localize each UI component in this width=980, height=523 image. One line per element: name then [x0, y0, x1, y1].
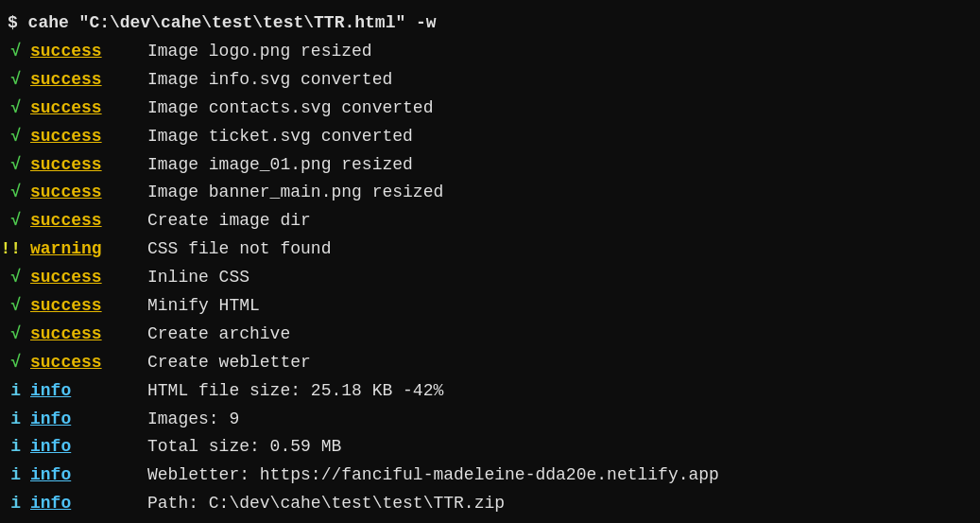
- line-message: Minify HTML: [140, 293, 260, 320]
- line-status: info: [26, 407, 140, 433]
- terminal-line: iinfoHTML file size: 25.18 KB -42%: [0, 377, 980, 406]
- lines-container: √successImage logo.png resized√successIm…: [0, 38, 980, 523]
- line-icon: √: [0, 39, 26, 65]
- line-message: Create image dir: [140, 208, 311, 235]
- line-icon: √: [0, 350, 26, 376]
- line-icon: √: [0, 265, 26, 291]
- terminal-line: √successImage info.svg converted: [0, 66, 980, 95]
- line-status: success: [26, 96, 140, 122]
- terminal-line: iinfoImages: 9: [0, 406, 980, 434]
- line-status: warning: [26, 236, 140, 263]
- line-icon: i: [0, 462, 26, 489]
- line-message: CSS file not found: [140, 236, 331, 263]
- line-icon: i: [0, 491, 26, 517]
- line-message: Create archive: [140, 322, 290, 348]
- prompt-line: $ cahe "C:\dev\cahe\test\test\TTR.html" …: [0, 11, 980, 38]
- line-message: Archive path copied to clipboard.: [140, 519, 484, 523]
- line-message: Image logo.png resized: [140, 39, 372, 65]
- terminal-line: √successImage banner_main.png resized: [0, 179, 980, 207]
- line-icon: i: [0, 434, 26, 461]
- line-status: success: [26, 39, 140, 65]
- terminal-line: iinfoArchive path copied to clipboard.: [0, 518, 980, 523]
- line-message: Path: C:\dev\cahe\test\test\TTR.zip: [140, 491, 505, 517]
- line-message: Create webletter: [140, 350, 311, 376]
- line-message: Webletter: https://fanciful-madeleine-dd…: [140, 462, 719, 489]
- line-message: Inline CSS: [140, 265, 249, 291]
- line-status: success: [26, 293, 140, 320]
- line-message: HTML file size: 25.18 KB -42%: [140, 378, 443, 405]
- line-icon: √: [0, 96, 26, 122]
- terminal-line: √successImage contacts.svg converted: [0, 95, 980, 123]
- terminal-line: iinfoWebletter: https://fanciful-madelei…: [0, 462, 980, 490]
- terminal-line: √successImage logo.png resized: [0, 38, 980, 66]
- line-icon: √: [0, 180, 26, 206]
- line-icon: √: [0, 293, 26, 320]
- line-status: success: [26, 180, 140, 206]
- line-status: info: [26, 462, 140, 489]
- line-status: success: [26, 208, 140, 235]
- line-icon: √: [0, 67, 26, 94]
- line-status: success: [26, 152, 140, 179]
- line-message: Image banner_main.png resized: [140, 180, 443, 206]
- terminal-line: iinfoTotal size: 0.59 MB: [0, 433, 980, 462]
- terminal-line: √successCreate webletter: [0, 349, 980, 377]
- line-status: info: [26, 491, 140, 517]
- line-status: info: [26, 378, 140, 405]
- line-icon: √: [0, 124, 26, 150]
- terminal-line: √successCreate archive: [0, 321, 980, 349]
- line-message: Image image_01.png resized: [140, 152, 413, 179]
- line-message: Image info.svg converted: [140, 67, 392, 94]
- prompt-dollar: $ cahe "C:\dev\cahe\test\test\TTR.html" …: [8, 13, 437, 32]
- line-message: Images: 9: [140, 407, 239, 433]
- terminal-line: √successCreate image dir: [0, 207, 980, 235]
- line-status: success: [26, 350, 140, 376]
- line-message: Image ticket.svg converted: [140, 124, 413, 150]
- line-message: Image contacts.svg converted: [140, 96, 433, 122]
- line-message: Total size: 0.59 MB: [140, 434, 341, 461]
- line-status: success: [26, 322, 140, 348]
- line-status: success: [26, 124, 140, 150]
- terminal-line: √successInline CSS: [0, 264, 980, 292]
- terminal: $ cahe "C:\dev\cahe\test\test\TTR.html" …: [0, 8, 980, 523]
- line-icon: i: [0, 407, 26, 433]
- line-status: info: [26, 434, 140, 461]
- line-icon: √: [0, 208, 26, 235]
- line-icon: √: [0, 322, 26, 348]
- line-status: success: [26, 67, 140, 94]
- line-icon: !!: [0, 236, 26, 263]
- terminal-line: √successImage image_01.png resized: [0, 151, 980, 180]
- terminal-line: !!warningCSS file not found: [0, 235, 980, 264]
- line-status: success: [26, 265, 140, 291]
- line-icon: i: [0, 519, 26, 523]
- line-icon: i: [0, 378, 26, 405]
- line-status: info: [26, 519, 140, 523]
- line-icon: √: [0, 152, 26, 179]
- terminal-line: iinfoPath: C:\dev\cahe\test\test\TTR.zip: [0, 490, 980, 518]
- terminal-line: √successMinify HTML: [0, 292, 980, 321]
- terminal-line: √successImage ticket.svg converted: [0, 123, 980, 151]
